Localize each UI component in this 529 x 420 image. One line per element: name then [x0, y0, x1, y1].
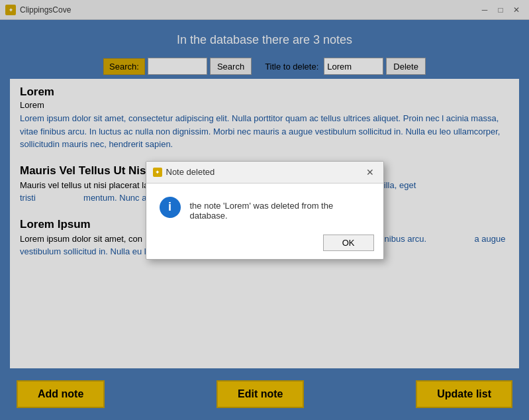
info-icon: i — [160, 197, 181, 218]
modal-body: i the note 'Lorem' was deleted from the … — [146, 184, 383, 231]
modal-close-button[interactable]: ✕ — [363, 166, 377, 179]
modal-title: Note deleted — [166, 167, 215, 177]
modal-header-left: ✦ Note deleted — [153, 167, 215, 177]
modal-ok-button[interactable]: OK — [323, 235, 374, 251]
modal-header: ✦ Note deleted ✕ — [146, 162, 383, 184]
modal-message: the note 'Lorem' was deleted from the da… — [190, 197, 370, 221]
modal-overlay: ✦ Note deleted ✕ i the note 'Lorem' was … — [0, 0, 529, 420]
modal-footer: OK — [146, 231, 383, 259]
modal-dialog: ✦ Note deleted ✕ i the note 'Lorem' was … — [146, 161, 384, 260]
modal-app-icon: ✦ — [153, 168, 162, 177]
